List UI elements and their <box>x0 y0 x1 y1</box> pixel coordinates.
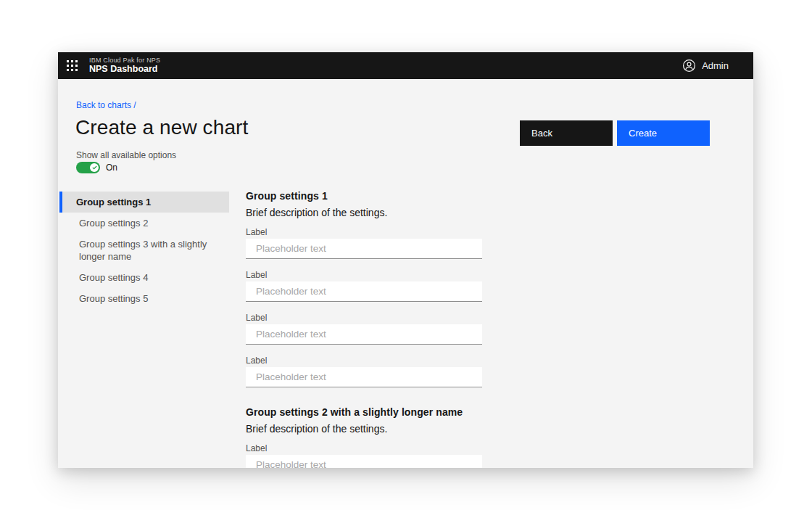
form-field: Label <box>246 355 482 387</box>
sidebar-item-group-settings-1[interactable]: Group settings 1 <box>59 192 229 213</box>
page-title: Create a new chart <box>75 116 248 139</box>
create-button[interactable]: Create <box>617 120 710 146</box>
sidebar-item-group-settings-5[interactable]: Group settings 5 <box>59 288 229 309</box>
app-switcher-icon[interactable] <box>67 60 78 72</box>
user-avatar-icon <box>682 59 696 73</box>
action-buttons: Back Create <box>520 120 710 146</box>
toggle-state-label: On <box>106 163 117 173</box>
toggle-knob <box>90 163 99 172</box>
breadcrumb-back-to-charts[interactable]: Back to charts / <box>76 100 136 110</box>
checkmark-icon <box>92 165 97 170</box>
product-line-label: IBM Cloud Pak for NPS <box>89 57 160 64</box>
field-label: Label <box>246 270 482 280</box>
form-field: Label <box>246 313 482 345</box>
text-input[interactable] <box>246 324 482 345</box>
user-menu[interactable]: Admin <box>682 59 729 73</box>
app-name-label: NPS Dashboard <box>89 64 160 74</box>
section-heading: Group settings 1 <box>246 190 482 202</box>
form-field: Label <box>246 443 482 468</box>
section-description: Brief description of the settings. <box>246 207 482 218</box>
sidebar-item-group-settings-2[interactable]: Group settings 2 <box>59 213 229 234</box>
section-description: Brief description of the settings. <box>246 423 482 435</box>
show-all-options-toggle[interactable] <box>76 162 100 173</box>
field-label: Label <box>246 313 482 323</box>
sidebar-item-group-settings-3[interactable]: Group settings 3 with a slightly longer … <box>59 234 229 267</box>
main-window-card: IBM Cloud Pak for NPS NPS Dashboard Admi… <box>58 52 753 468</box>
back-button[interactable]: Back <box>520 120 613 146</box>
text-input[interactable] <box>246 239 482 259</box>
settings-group-nav: Group settings 1 Group settings 2 Group … <box>59 192 229 309</box>
app-header-titles: IBM Cloud Pak for NPS NPS Dashboard <box>89 57 160 75</box>
settings-form: Group settings 1 Brief description of th… <box>246 190 482 468</box>
user-name-label: Admin <box>702 60 729 71</box>
text-input[interactable] <box>246 455 482 468</box>
app-header-bar: IBM Cloud Pak for NPS NPS Dashboard Admi… <box>58 52 753 79</box>
sidebar-item-group-settings-4[interactable]: Group settings 4 <box>59 267 229 288</box>
field-label: Label <box>246 443 482 453</box>
text-input[interactable] <box>246 367 482 387</box>
form-field: Label <box>246 227 482 259</box>
section-heading: Group settings 2 with a slightly longer … <box>246 406 482 418</box>
text-input[interactable] <box>246 281 482 302</box>
field-label: Label <box>246 227 482 237</box>
field-label: Label <box>246 355 482 366</box>
toggle-row: On <box>76 162 117 173</box>
toggle-label: Show all available options <box>76 150 176 160</box>
form-field: Label <box>246 270 482 302</box>
